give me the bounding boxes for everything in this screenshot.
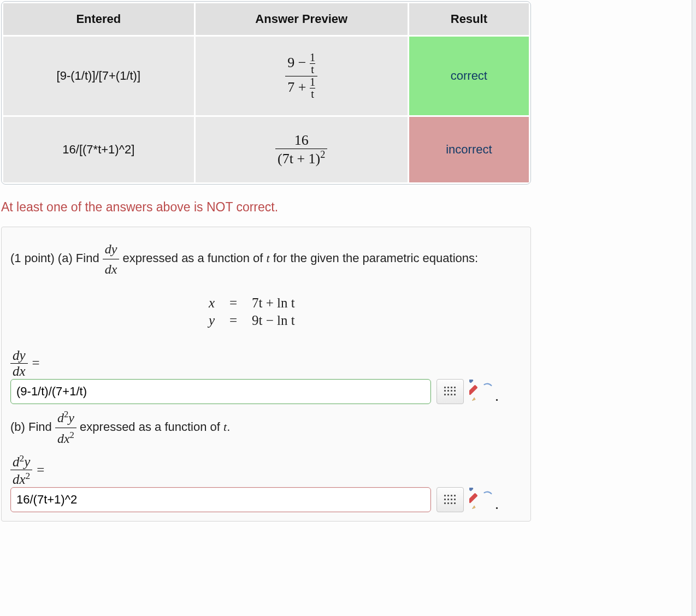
preview2-exp: 2 (320, 149, 325, 160)
table-row: 16/[(7*t+1)^2] 16 (7t + 1)2 incorrect (3, 117, 529, 182)
svg-rect-5 (469, 488, 474, 491)
preview-den-ft: 1 (310, 76, 315, 88)
period: . (494, 388, 499, 404)
edit-button[interactable]: . (469, 380, 499, 404)
preview-cell: 9 − 1t 7 + 1t (196, 37, 408, 115)
intro-a-prefix: (1 point) (a) Find (10, 251, 103, 265)
ans-a-num: dy (10, 348, 28, 363)
answer-a-label: dy dx = (10, 348, 40, 379)
intro-b-prefix: (b) Find (10, 420, 55, 434)
result-cell-incorrect: incorrect (409, 117, 529, 182)
svg-marker-0 (473, 398, 476, 401)
preview-num-ft: 1 (310, 52, 315, 63)
problem-box: (1 point) (a) Find dy dx expressed as a … (1, 227, 531, 522)
table-row: [9-(1/t)]/[7+(1/t)] 9 − 1t 7 + 1t correc… (3, 37, 529, 115)
preview-num-fb: t (310, 63, 315, 75)
preview2-den: (7t + 1) (278, 151, 320, 167)
eq-sign: = (228, 313, 239, 328)
intro-a-tail: for the given the parametric equations: (273, 251, 478, 265)
preview-num-op: − (298, 55, 306, 70)
preview-cell: 16 (7t + 1)2 (196, 117, 408, 182)
eq-y-lhs: y (193, 313, 215, 328)
grid-icon (444, 495, 456, 505)
dydx-num: dy (103, 239, 120, 259)
ans-a-den: dx (10, 363, 28, 379)
svg-rect-2 (469, 380, 474, 383)
pencil-icon (469, 380, 493, 404)
part-b-text: (b) Find d2y dx2 expressed as a function… (10, 407, 522, 448)
grid-icon (444, 387, 456, 396)
preview-den-op: + (298, 79, 306, 94)
entered-cell: [9-(1/t)]/[7+(1/t)] (3, 37, 194, 115)
col-result: Result (409, 3, 529, 35)
eq-sign: = (228, 295, 239, 311)
intro-a-var: t (266, 251, 269, 265)
entered-cell: 16/[(7*t+1)^2] (3, 117, 194, 182)
eq-x-rhs: 7t + ln t (252, 295, 295, 310)
math-palette-button[interactable] (437, 379, 464, 404)
period: . (494, 496, 499, 512)
intro-b-tail: . (227, 420, 230, 434)
preview2-num: 16 (275, 132, 327, 149)
pencil-icon (469, 488, 493, 512)
result-cell-correct: correct (409, 37, 529, 115)
part-a-text: (1 point) (a) Find dy dx expressed as a … (10, 239, 522, 279)
dydx-den: dx (103, 259, 120, 279)
error-message: At least one of the answers above is NOT… (1, 200, 696, 215)
svg-rect-4 (469, 493, 478, 504)
eq-x-lhs: x (193, 295, 215, 311)
math-palette-button[interactable] (437, 487, 464, 512)
svg-rect-1 (469, 384, 478, 395)
edit-button[interactable]: . (469, 488, 499, 512)
preview-den-left: 7 (287, 79, 294, 94)
intro-b-suffix: expressed as a function of (80, 420, 223, 434)
parametric-equations: x = 7t + ln t y = 9t − ln t (10, 295, 522, 328)
preview-num-left: 9 (287, 55, 294, 70)
preview-den-fb: t (310, 88, 315, 100)
eq-y-rhs: 9t − ln t (252, 313, 295, 328)
intro-a-suffix: expressed as a function of (123, 251, 267, 265)
svg-marker-3 (473, 506, 476, 509)
scrollbar-track[interactable] (692, 0, 696, 616)
col-preview: Answer Preview (196, 3, 408, 35)
answer-b-input[interactable] (10, 487, 431, 512)
answer-a-input[interactable] (10, 379, 431, 404)
answer-b-label: d2y dx2 = (10, 453, 44, 488)
results-table: Entered Answer Preview Result [9-(1/t)]/… (1, 1, 531, 185)
col-entered: Entered (3, 3, 194, 35)
